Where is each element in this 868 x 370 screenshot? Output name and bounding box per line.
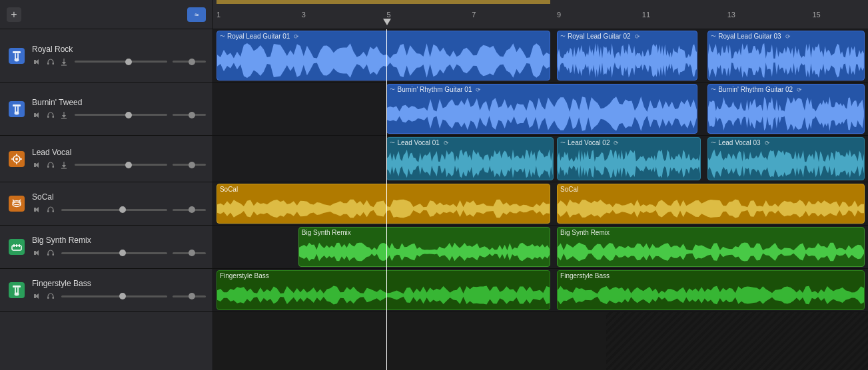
volume-slider-lead-vocal[interactable] <box>75 164 167 166</box>
headphone-button-lead-vocal[interactable] <box>45 160 56 170</box>
svg-point-14 <box>15 111 19 114</box>
track-lane-royal-rock[interactable]: 〜Royal Lead Guitar 01⟳〜Royal Lead Guitar… <box>213 29 868 83</box>
clip-royal-rock-1[interactable]: 〜Royal Lead Guitar 02⟳ <box>557 31 697 81</box>
clip-big-synth-0[interactable]: Big Synth Remix <box>298 227 550 267</box>
track-lane-fingerstyle-bass[interactable]: Fingerstyle BassFingerstyle Bass <box>213 269 868 312</box>
track-name-big-synth: Big Synth Remix <box>32 236 206 245</box>
download-button-burnin-tweed[interactable] <box>59 110 69 120</box>
volume-slider-royal-rock[interactable] <box>75 61 167 63</box>
clip-waveform-fingerstyle-bass-1 <box>558 281 864 309</box>
clip-waveform-royal-rock-0 <box>217 41 550 80</box>
svg-marker-16 <box>36 112 39 118</box>
clip-header-lead-vocal-0: 〜Lead Vocal 01⟳ <box>387 138 553 148</box>
track-item-socal: SoCal <box>0 182 213 226</box>
track-header-top: + ≈ <box>0 0 213 29</box>
mute-button-burnin-tweed[interactable] <box>32 110 43 120</box>
svg-rect-55 <box>34 294 36 298</box>
clip-burnin-tweed-1[interactable]: 〜Burnin' Rhythm Guitar 02⟳ <box>707 84 865 134</box>
headphone-button-fingerstyle-bass[interactable] <box>45 291 56 301</box>
track-icon-lead-vocal <box>7 149 27 169</box>
headphone-button-big-synth[interactable] <box>45 248 56 258</box>
svg-rect-47 <box>34 251 36 255</box>
loop-icon-royal-rock-2: ⟳ <box>785 33 791 40</box>
track-lane-burnin-tweed[interactable]: 〜Burnin' Rhythm Guitar 01⟳〜Burnin' Rhyth… <box>213 83 868 136</box>
headphone-button-royal-rock[interactable] <box>45 57 56 67</box>
track-item-big-synth: Big Synth Remix <box>0 226 213 269</box>
clip-burnin-tweed-0[interactable]: 〜Burnin' Rhythm Guitar 01⟳ <box>386 84 697 134</box>
svg-marker-9 <box>62 62 66 65</box>
clip-fingerstyle-bass-0[interactable]: Fingerstyle Bass <box>217 270 550 310</box>
clip-waveform-socal-1 <box>558 194 864 223</box>
clip-lead-vocal-0[interactable]: 〜Lead Vocal 01⟳ <box>386 137 554 180</box>
track-icon-big-synth <box>7 237 27 257</box>
volume-slider-socal[interactable] <box>61 209 167 211</box>
clip-lead-vocal-2[interactable]: 〜Lead Vocal 03⟳ <box>707 137 865 180</box>
volume-slider-burnin-tweed[interactable] <box>75 114 167 116</box>
clip-socal-1[interactable]: SoCal <box>557 184 865 224</box>
svg-rect-15 <box>34 113 36 117</box>
pan-knob-socal[interactable] <box>173 209 206 211</box>
mute-button-big-synth[interactable] <box>32 248 43 258</box>
timeline-ruler[interactable]: 13579111315 <box>213 0 868 29</box>
track-lane-lead-vocal[interactable]: 〜Lead Vocal 01⟳〜Lead Vocal 02⟳〜Lead Voca… <box>213 136 868 182</box>
track-lane-big-synth[interactable]: Big Synth RemixBig Synth Remix <box>213 226 868 269</box>
clip-waveform-lead-vocal-2 <box>708 148 864 180</box>
track-item-burnin-tweed: Burnin' Tweed <box>0 83 213 136</box>
svg-marker-20 <box>62 115 66 118</box>
clip-label-lead-vocal-2: Lead Vocal 03 <box>718 139 760 146</box>
clip-header-big-synth-0: Big Synth Remix <box>299 228 550 238</box>
clip-header-lead-vocal-2: 〜Lead Vocal 03⟳ <box>708 138 864 148</box>
svg-marker-40 <box>36 207 39 212</box>
loop-icon-burnin-tweed-0: ⟳ <box>476 87 481 93</box>
track-info-burnin-tweed: Burnin' Tweed <box>32 98 206 120</box>
volume-slider-fingerstyle-bass[interactable] <box>61 295 167 297</box>
loop-icon-burnin-tweed-1: ⟳ <box>797 87 802 93</box>
loop-icon-lead-vocal-1: ⟳ <box>614 140 619 146</box>
clip-waveform-burnin-tweed-1 <box>708 94 864 133</box>
svg-rect-42 <box>53 210 55 212</box>
ruler-mark-9: 9 <box>557 11 561 19</box>
clip-socal-0[interactable]: SoCal <box>217 184 550 224</box>
clip-header-royal-rock-1: 〜Royal Lead Guitar 02⟳ <box>558 31 697 41</box>
clip-fingerstyle-bass-1[interactable]: Fingerstyle Bass <box>557 270 865 310</box>
mute-button-socal[interactable] <box>32 204 43 215</box>
clip-label-socal-1: SoCal <box>560 186 578 193</box>
mute-button-royal-rock[interactable] <box>32 57 43 67</box>
svg-rect-58 <box>53 297 55 299</box>
pan-knob-fingerstyle-bass[interactable] <box>173 295 206 297</box>
svg-rect-45 <box>16 244 17 247</box>
pan-knob-burnin-tweed[interactable] <box>173 114 206 116</box>
smart-controls-button[interactable]: ≈ <box>187 7 206 22</box>
mute-button-lead-vocal[interactable] <box>32 160 43 170</box>
headphone-button-socal[interactable] <box>45 204 56 215</box>
pan-knob-royal-rock[interactable] <box>173 61 206 63</box>
download-button-royal-rock[interactable] <box>59 57 69 67</box>
add-track-button[interactable]: + <box>7 7 21 22</box>
track-info-fingerstyle-bass: Fingerstyle Bass <box>32 279 206 301</box>
clip-label-royal-rock-0: Royal Lead Guitar 01 <box>227 33 290 40</box>
track-icon-box-lead-vocal <box>9 151 25 167</box>
tracks-area[interactable]: 〜Royal Lead Guitar 01⟳〜Royal Lead Guitar… <box>213 29 868 370</box>
ruler-mark-3: 3 <box>302 11 306 19</box>
clip-royal-rock-0[interactable]: 〜Royal Lead Guitar 01⟳ <box>217 31 550 81</box>
track-item-lead-vocal: Lead Vocal <box>0 136 213 182</box>
loop-icon-lead-vocal-0: ⟳ <box>444 140 449 146</box>
clip-waveform-big-synth-0 <box>299 238 550 266</box>
waveform-icon-lead-vocal-2: 〜 <box>711 139 716 146</box>
clip-header-royal-rock-2: 〜Royal Lead Guitar 03⟳ <box>708 31 864 41</box>
mute-button-fingerstyle-bass[interactable] <box>32 291 43 301</box>
pan-knob-big-synth[interactable] <box>173 252 206 254</box>
track-name-royal-rock: Royal Rock <box>32 45 206 54</box>
clip-lead-vocal-1[interactable]: 〜Lead Vocal 02⟳ <box>557 137 701 180</box>
track-item-fingerstyle-bass: Fingerstyle Bass <box>0 269 213 312</box>
headphone-button-burnin-tweed[interactable] <box>45 110 56 120</box>
volume-slider-big-synth[interactable] <box>61 252 167 254</box>
clip-waveform-big-synth-1 <box>558 238 864 266</box>
pan-knob-lead-vocal[interactable] <box>173 164 206 166</box>
clip-big-synth-1[interactable]: Big Synth Remix <box>557 227 865 267</box>
track-lane-socal[interactable]: SoCalSoCal <box>213 182 868 226</box>
track-controls-fingerstyle-bass <box>32 291 206 301</box>
download-button-lead-vocal[interactable] <box>59 160 69 170</box>
svg-rect-50 <box>53 254 55 256</box>
clip-royal-rock-2[interactable]: 〜Royal Lead Guitar 03⟳ <box>707 31 865 81</box>
